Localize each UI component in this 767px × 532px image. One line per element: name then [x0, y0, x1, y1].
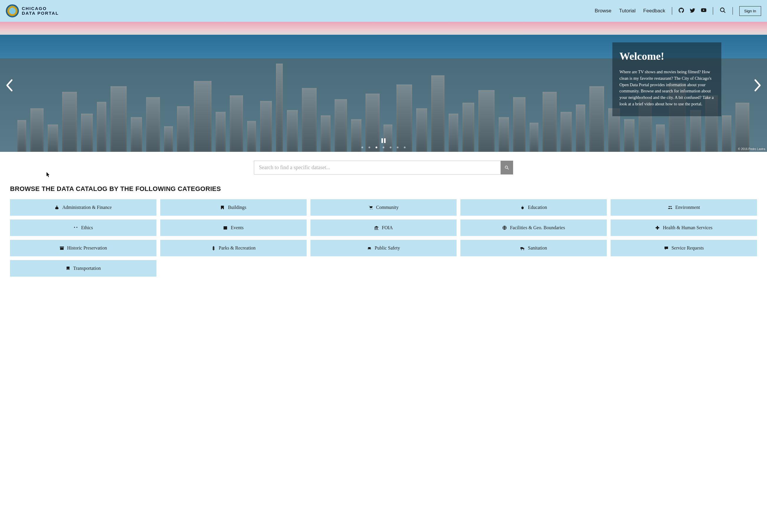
carousel-prev-button[interactable] [5, 79, 14, 95]
carousel-dot[interactable] [397, 147, 399, 148]
category-tile-facilities-geo-boundaries[interactable]: Facilities & Geo. Boundaries [460, 220, 607, 236]
calendar-icon [223, 225, 228, 230]
carousel-next-button[interactable] [753, 79, 762, 95]
site-title-line2: DATA PORTAL [22, 11, 59, 16]
category-tile-sanitation[interactable]: Sanitation [460, 240, 607, 256]
nav-divider [672, 7, 672, 15]
hero-title: Welcome! [620, 50, 714, 62]
carousel-dot[interactable] [368, 147, 370, 148]
category-label: Health & Human Services [663, 225, 712, 230]
hero-text-panel: Welcome! Where are TV shows and movies b… [612, 42, 721, 116]
apple-icon [520, 205, 525, 210]
category-label: Environment [675, 205, 700, 210]
truck-icon [520, 246, 525, 250]
category-label: Service Requests [672, 245, 704, 251]
category-label: Administration & Finance [62, 205, 112, 210]
nav-divider [733, 7, 733, 15]
category-label: Ethics [81, 225, 93, 230]
city-seal-icon [6, 4, 19, 17]
category-label: Parks & Recreation [219, 245, 256, 251]
hero-carousel: Welcome! Where are TV shows and movies b… [0, 22, 767, 152]
site-header: CHICAGO DATA PORTAL Browse Tutorial Feed… [0, 0, 767, 22]
category-grid: Administration & FinanceBuildingsCommuni… [10, 199, 757, 277]
category-tile-education[interactable]: Education [460, 199, 607, 216]
money-bag-icon [54, 205, 59, 210]
github-icon[interactable] [679, 8, 684, 14]
category-tile-parks-recreation[interactable]: Parks & Recreation [160, 240, 307, 256]
cart-icon [368, 205, 373, 210]
photo-credit: © 2016 Pedro Lastra [738, 147, 765, 151]
twitter-icon[interactable] [690, 8, 695, 14]
car-icon [367, 246, 372, 250]
carousel-dots [361, 147, 406, 148]
category-label: Public Safety [375, 245, 400, 251]
archive-icon [59, 246, 64, 250]
chat-icon [664, 246, 669, 250]
site-logo[interactable]: CHICAGO DATA PORTAL [6, 4, 59, 17]
category-tile-community[interactable]: Community [311, 199, 457, 216]
tree-icon [211, 246, 216, 250]
search-icon[interactable] [720, 7, 726, 15]
people-icon [668, 205, 673, 210]
medical-icon [655, 225, 660, 230]
category-tile-transportation[interactable]: Transportation [10, 260, 156, 277]
category-tile-foia[interactable]: FOIA [311, 220, 457, 236]
carousel-dot[interactable] [404, 147, 406, 148]
nav-browse[interactable]: Browse [595, 8, 612, 14]
category-label: Sanitation [528, 245, 547, 251]
building-icon [220, 205, 225, 210]
category-tile-environment[interactable]: Environment [611, 199, 757, 216]
category-label: Historic Preservation [67, 245, 107, 251]
scales-icon [73, 225, 78, 230]
category-tile-historic-preservation[interactable]: Historic Preservation [10, 240, 156, 256]
main-content: BROWSE THE DATA CATALOG BY THE FOLLOWING… [0, 152, 767, 288]
category-tile-public-safety[interactable]: Public Safety [311, 240, 457, 256]
youtube-icon[interactable] [701, 8, 706, 14]
carousel-pause-button[interactable] [381, 138, 386, 143]
svg-point-0 [720, 8, 724, 12]
category-label: Facilities & Geo. Boundaries [510, 225, 565, 230]
category-label: Education [528, 205, 547, 210]
category-label: Community [376, 205, 399, 210]
carousel-dot[interactable] [376, 147, 377, 148]
carousel-dot[interactable] [383, 147, 384, 148]
nav-tutorial[interactable]: Tutorial [619, 8, 636, 14]
svg-line-1 [723, 11, 725, 13]
hero-body: Where are TV shows and movies being film… [620, 69, 714, 107]
category-label: FOIA [382, 225, 393, 230]
category-tile-events[interactable]: Events [160, 220, 307, 236]
sign-in-button[interactable]: Sign In [739, 6, 761, 16]
category-tile-service-requests[interactable]: Service Requests [611, 240, 757, 256]
search-icon [504, 165, 509, 170]
dataset-search [254, 161, 513, 174]
category-tile-buildings[interactable]: Buildings [160, 199, 307, 216]
site-title: CHICAGO DATA PORTAL [22, 6, 59, 16]
catalog-heading: BROWSE THE DATA CATALOG BY THE FOLLOWING… [10, 185, 757, 193]
globe-icon [502, 225, 507, 230]
category-tile-health-human-services[interactable]: Health & Human Services [611, 220, 757, 236]
carousel-dot[interactable] [390, 147, 391, 148]
social-links [679, 8, 706, 14]
bus-icon [66, 266, 70, 271]
top-nav: Browse Tutorial Feedback Sign In [595, 6, 761, 16]
site-title-line1: CHICAGO [22, 6, 59, 11]
nav-feedback[interactable]: Feedback [643, 8, 665, 14]
category-tile-administration-finance[interactable]: Administration & Finance [10, 199, 156, 216]
carousel-dot[interactable] [361, 147, 363, 148]
dataset-search-button[interactable] [501, 161, 513, 174]
dataset-search-input[interactable] [254, 161, 501, 174]
category-label: Events [231, 225, 244, 230]
category-tile-ethics[interactable]: Ethics [10, 220, 156, 236]
institution-icon [374, 225, 379, 230]
category-label: Buildings [228, 205, 246, 210]
category-label: Transportation [73, 266, 101, 271]
